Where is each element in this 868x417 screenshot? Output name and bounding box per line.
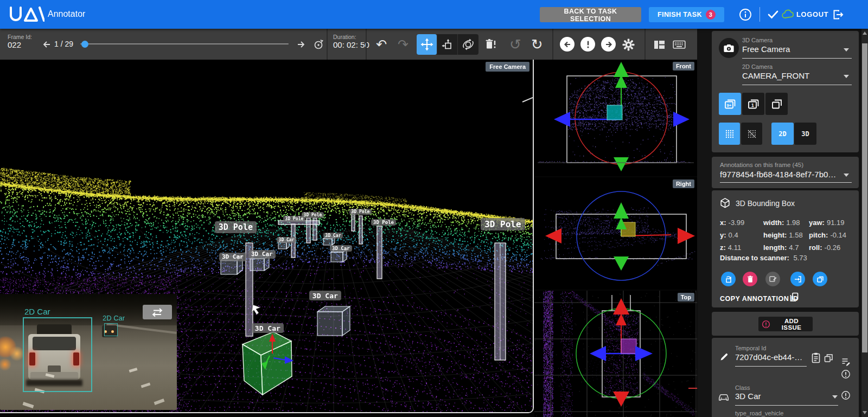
3d-viewport[interactable]: 3D Pole3D Pole3D Pole3D Pole3D Pole3D Po… bbox=[0, 60, 534, 413]
pencil-icon[interactable] bbox=[719, 352, 729, 362]
ortho-view-top[interactable]: Top bbox=[534, 291, 697, 417]
add-issue-button[interactable]: ADD ISSUE bbox=[758, 317, 813, 331]
finish-task-button[interactable]: FINISH TASK 3 bbox=[649, 7, 724, 22]
copy-annotation-id-button[interactable]: COPY ANNOTATION ID bbox=[720, 295, 799, 303]
class-select[interactable]: 3D Car bbox=[735, 392, 833, 401]
back-to-task-selection-button[interactable]: BACK TO TASK SELECTION bbox=[540, 7, 641, 22]
annotation-label[interactable]: 3D Pole bbox=[302, 212, 324, 218]
temporal-id-label: Temporal Id bbox=[735, 345, 766, 351]
copy-icon[interactable] bbox=[789, 292, 800, 303]
previous-annotation-button[interactable] bbox=[560, 37, 575, 52]
annotation-label[interactable]: 3D Car bbox=[219, 253, 246, 261]
annotation-label[interactable]: 3D Car bbox=[277, 237, 296, 243]
2d-annotation-box[interactable] bbox=[23, 317, 92, 392]
camera3d-label: 3D Camera bbox=[742, 37, 773, 43]
annotation-label[interactable]: 3D Car bbox=[248, 250, 276, 259]
chevron-down-icon[interactable] bbox=[844, 75, 849, 78]
annotation-id-select[interactable]: f9778454-fb68-4184-8ef7-7b02eab... bbox=[720, 170, 840, 179]
edit-annotation-button-disabled[interactable] bbox=[765, 272, 780, 286]
delete-annotation-button[interactable] bbox=[483, 37, 498, 52]
info-icon[interactable] bbox=[739, 8, 752, 21]
history-forward-button[interactable]: ↻ bbox=[529, 36, 545, 53]
copy-id-icon[interactable] bbox=[824, 353, 834, 363]
next-frame-button[interactable] bbox=[295, 38, 308, 51]
redo-button[interactable]: ↷ bbox=[395, 36, 411, 53]
history-back-button[interactable]: ↺ bbox=[507, 36, 524, 53]
camera2d-select[interactable]: CAMERA_FRONT bbox=[742, 71, 843, 80]
single-frame-view-button[interactable]: 1 bbox=[742, 93, 764, 115]
scrollbar-up-arrow[interactable] bbox=[863, 31, 867, 35]
rotate-annotation-button[interactable] bbox=[721, 272, 736, 286]
attribute-list-edit-icon[interactable] bbox=[841, 356, 851, 367]
annotation-label[interactable]: 3D Car bbox=[330, 245, 352, 252]
annotation-label[interactable]: 3D Car bbox=[323, 233, 343, 239]
annotation-label[interactable]: 3D Car bbox=[309, 291, 341, 300]
finish-task-badge: 3 bbox=[706, 10, 716, 20]
camera3d-select[interactable]: Free Camera bbox=[742, 44, 843, 54]
scale-icon bbox=[441, 38, 454, 51]
scrollbar-down-arrow[interactable] bbox=[863, 411, 867, 414]
annotation-label[interactable]: 3D Pole bbox=[371, 219, 396, 226]
multi-frame-view-button[interactable]: 9+ bbox=[719, 93, 741, 115]
chevron-down-icon[interactable] bbox=[844, 174, 849, 177]
frame-slider-track[interactable] bbox=[80, 43, 289, 44]
show-points-button[interactable] bbox=[719, 123, 740, 145]
car-class-icon bbox=[718, 392, 730, 402]
annotation-label[interactable]: 3D Pole bbox=[349, 209, 372, 215]
chevron-down-icon[interactable] bbox=[844, 48, 849, 52]
annotation-label[interactable]: 3D Pole bbox=[481, 218, 525, 230]
keyboard-shortcuts-button[interactable] bbox=[672, 37, 687, 52]
swap-view-button[interactable] bbox=[143, 305, 172, 319]
ortho-view-right[interactable]: Right bbox=[534, 177, 697, 290]
duplicate-annotation-button[interactable] bbox=[813, 272, 827, 286]
layers-view-button[interactable] bbox=[765, 93, 788, 115]
previous-frame-button[interactable] bbox=[40, 38, 53, 51]
sidebar-scrollbar[interactable] bbox=[861, 29, 868, 417]
undo-button[interactable]: ↶ bbox=[373, 36, 390, 53]
redo-icon: ↷ bbox=[398, 38, 409, 51]
frame-slider[interactable] bbox=[80, 41, 289, 48]
app-title: Annotator bbox=[48, 9, 85, 19]
hide-points-button[interactable] bbox=[741, 123, 762, 145]
front-view-gizmo[interactable] bbox=[534, 60, 697, 176]
issue-navigator-button[interactable] bbox=[580, 37, 595, 52]
logout-icon[interactable] bbox=[832, 9, 844, 21]
main-toolbar: Frame Id: 022 1 / 29 Duration: 00: 02: 5… bbox=[0, 29, 697, 60]
bbox-metric: y:0.4 bbox=[720, 231, 763, 239]
camera-inset[interactable]: 2D Car 2D Car bbox=[0, 294, 177, 410]
top-view-gizmo[interactable] bbox=[534, 291, 697, 417]
rotate-tool-button[interactable] bbox=[458, 34, 478, 55]
layout-panels-button[interactable] bbox=[652, 37, 666, 52]
scrollbar-thumb[interactable] bbox=[862, 43, 867, 352]
viewport-camera-badge: Free Camera bbox=[486, 62, 529, 72]
temporal-id-value[interactable]: 7207d04c-eb44-469... bbox=[735, 352, 807, 362]
clipboard-icon[interactable] bbox=[810, 352, 821, 364]
annotation-label[interactable]: 3D Pole bbox=[215, 221, 257, 233]
mode-2d-button[interactable]: 2D bbox=[771, 123, 794, 145]
toolbar-divider bbox=[644, 29, 646, 60]
mode-3d-button[interactable]: 3D bbox=[794, 123, 816, 145]
camera-button[interactable] bbox=[719, 38, 739, 58]
settings-button[interactable] bbox=[621, 37, 636, 52]
center-playhead-icon[interactable] bbox=[311, 37, 326, 52]
chevron-down-icon[interactable] bbox=[832, 395, 838, 399]
bbox-metric: yaw:91.19 bbox=[809, 219, 852, 227]
ortho-view-front[interactable]: Front bbox=[534, 60, 697, 176]
bounding-box-card: 3D Bounding Box x:-3.99width:1.98yaw:91.… bbox=[712, 190, 859, 307]
delete-annotation-circle-button[interactable] bbox=[743, 272, 757, 286]
frame-slider-handle[interactable] bbox=[81, 41, 88, 48]
class-alert-icon[interactable] bbox=[841, 390, 851, 400]
trash-alert-icon bbox=[484, 39, 497, 50]
exclamation-circle-icon bbox=[583, 40, 593, 49]
move-into-frame-button[interactable] bbox=[790, 272, 805, 286]
point-grid-off-icon bbox=[746, 129, 757, 139]
scale-tool-button[interactable] bbox=[437, 34, 458, 55]
2d-annotation-box[interactable] bbox=[104, 323, 118, 336]
svg-text:9+: 9+ bbox=[726, 102, 731, 107]
right-view-gizmo[interactable] bbox=[534, 177, 697, 290]
logout-button[interactable]: LOGOUT bbox=[796, 10, 828, 18]
move-tool-button[interactable] bbox=[417, 34, 437, 55]
temporal-alert-icon[interactable] bbox=[841, 369, 851, 379]
annotation-label[interactable]: 3D Car bbox=[252, 323, 284, 333]
next-annotation-button[interactable] bbox=[601, 37, 616, 52]
